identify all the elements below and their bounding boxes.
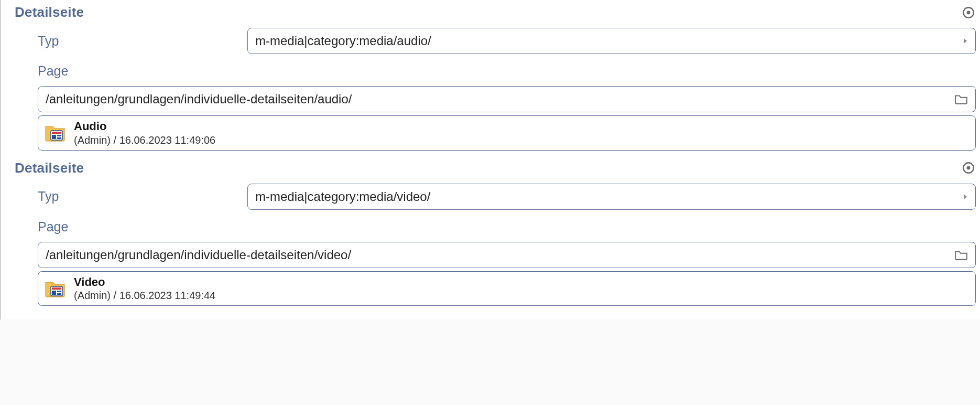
page-resource-icon xyxy=(45,123,66,142)
folder-icon[interactable] xyxy=(954,93,968,105)
typ-value: m-media|category:media/video/ xyxy=(255,189,430,204)
folder-icon[interactable] xyxy=(954,249,968,261)
svg-rect-13 xyxy=(57,293,61,295)
page-path-input[interactable]: /anleitungen/grundlagen/individuelle-det… xyxy=(38,242,976,268)
typ-value: m-media|category:media/audio/ xyxy=(255,34,431,48)
page-resource-title: Video xyxy=(74,275,215,290)
detail-section: Detailseite Typ m-media|category:media/a… xyxy=(15,4,976,151)
page-resource-icon xyxy=(45,279,66,298)
typ-label: Typ xyxy=(38,189,247,204)
typ-row: Typ m-media|category:media/audio/ xyxy=(15,28,976,54)
svg-rect-6 xyxy=(57,137,61,139)
page-resource-meta: (Admin) / 16.06.2023 11:49:44 xyxy=(74,289,215,302)
section-title: Detailseite xyxy=(15,160,84,176)
detail-page-form: Detailseite Typ m-media|category:media/a… xyxy=(0,0,980,319)
chevron-right-icon xyxy=(963,194,968,199)
typ-select[interactable]: m-media|category:media/audio/ xyxy=(247,28,976,54)
svg-rect-10 xyxy=(52,287,61,290)
page-resource-meta: (Admin) / 16.06.2023 11:49:06 xyxy=(74,134,215,147)
target-icon[interactable] xyxy=(961,5,976,20)
page-path-input[interactable]: /anleitungen/grundlagen/individuelle-det… xyxy=(38,86,976,112)
svg-rect-11 xyxy=(52,291,56,295)
section-header: Detailseite xyxy=(15,4,976,20)
page-block: Page /anleitungen/grundlagen/individuell… xyxy=(15,219,976,306)
svg-rect-4 xyxy=(52,135,56,139)
typ-select[interactable]: m-media|category:media/video/ xyxy=(247,184,976,210)
page-resource[interactable]: Audio (Admin) / 16.06.2023 11:49:06 xyxy=(38,115,976,151)
section-title: Detailseite xyxy=(15,4,84,20)
page-path-value: /anleitungen/grundlagen/individuelle-det… xyxy=(46,248,351,262)
page-block: Page /anleitungen/grundlagen/individuell… xyxy=(15,63,976,151)
svg-rect-3 xyxy=(52,132,61,134)
page-label: Page xyxy=(38,63,976,79)
page-resource-texts: Video (Admin) / 16.06.2023 11:49:44 xyxy=(74,275,215,303)
page-resource-texts: Audio (Admin) / 16.06.2023 11:49:06 xyxy=(74,119,215,147)
target-icon[interactable] xyxy=(961,161,976,175)
page-label: Page xyxy=(38,219,976,235)
svg-rect-5 xyxy=(57,135,61,136)
svg-point-1 xyxy=(967,10,971,14)
page-path-value: /anleitungen/grundlagen/individuelle-det… xyxy=(46,92,352,106)
section-header: Detailseite xyxy=(15,160,976,176)
page-resource[interactable]: Video (Admin) / 16.06.2023 11:49:44 xyxy=(38,271,976,306)
typ-label: Typ xyxy=(38,34,247,49)
chevron-right-icon xyxy=(963,38,968,44)
detail-section: Detailseite Typ m-media|category:media/v… xyxy=(15,160,976,306)
svg-point-8 xyxy=(967,166,971,170)
page-resource-title: Audio xyxy=(74,119,215,134)
typ-row: Typ m-media|category:media/video/ xyxy=(15,184,976,210)
svg-rect-12 xyxy=(57,291,61,292)
